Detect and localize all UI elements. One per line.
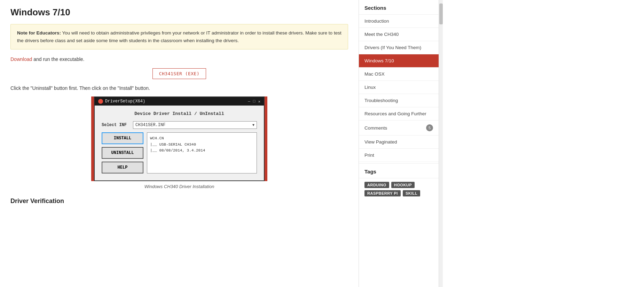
driver-window: DriverSetup(X64) — □ ✕ Device Driver Ins… [94,96,265,181]
download-btn-container: CH341SER (EXE) [10,68,348,79]
install-instruction: Click the "Uninstall" button first. Then… [10,85,348,91]
driver-verification-heading: Driver Verification [10,197,348,205]
sidebar-item-mac[interactable]: Mac OSX [359,68,439,81]
driver-select-row: Select INF CH341SER.INF ▼ [102,121,257,129]
sidebar-item-resources[interactable]: Resources and Going Further [359,107,439,121]
download-link[interactable]: Download [10,56,32,62]
sidebar-item-label: Print [364,153,374,158]
scrollbar-thumb[interactable] [439,3,443,24]
sidebar-item-label: Mac OSX [364,71,385,77]
download-exe-button[interactable]: CH341SER (EXE) [152,68,206,79]
driver-window-title: DriverSetup(X64) [105,99,145,104]
output-line-2: |__ USB-SERIAL CH340 [150,142,254,148]
sidebar-item-troubleshooting[interactable]: Troubleshooting [359,94,439,107]
install-button[interactable]: INSTALL [102,132,143,144]
main-content: Windows 7/10 Note for Educators: You wil… [0,0,359,287]
sidebar-item-label: Resources and Going Further [364,111,426,116]
driver-heading: Device Driver Install / UnInstall [102,111,257,116]
download-line: Download and run the executable. [10,56,348,62]
sidebar-item-label: Linux [364,85,376,90]
sections-header: Sections [359,0,439,15]
sidebar-item-label: Drivers (If You Need Them) [364,45,421,50]
tags-container: ARDUINO HOOKUP RASPBERRY PI SKILL [359,178,439,200]
sidebar: Sections Introduction Meet the CH340 Dri… [359,0,439,287]
uninstall-button[interactable]: UNINSTALL [102,147,143,159]
driver-titlebar-left: DriverSetup(X64) [98,99,145,104]
help-button[interactable]: HELP [102,162,143,173]
driver-body: Device Driver Install / UnInstall Select… [95,106,264,180]
sidebar-item-label: View Paginated [364,139,397,145]
tag-raspberry-pi[interactable]: RASPBERRY PI [364,190,401,196]
tag-arduino[interactable]: ARDUINO [364,182,389,188]
sidebar-item-introduction[interactable]: Introduction [359,15,439,28]
driver-select[interactable]: CH341SER.INF ▼ [133,121,257,129]
sidebar-item-drivers[interactable]: Drivers (If You Need Them) [359,41,439,54]
driver-select-value: CH341SER.INF [135,123,165,127]
tags-header: Tags [359,163,439,178]
driver-btn-area: INSTALL UNINSTALL HELP WCH.CN |__ USB-SE… [102,132,257,173]
page-title: Windows 7/10 [10,7,348,18]
chevron-down-icon: ▼ [252,123,254,127]
sidebar-item-view-paginated[interactable]: View Paginated [359,135,439,149]
sidebar-item-meet-ch340[interactable]: Meet the CH340 [359,28,439,41]
output-line-3: |__ 08/08/2014, 3.4.2014 [150,148,254,154]
scrollbar-track[interactable] [439,0,443,287]
sidebar-item-comments[interactable]: Comments 5 [359,121,439,135]
sidebar-item-windows[interactable]: Windows 7/10 [359,54,439,68]
sidebar-item-print[interactable]: Print [359,149,439,162]
driver-output: WCH.CN |__ USB-SERIAL CH340 |__ 08/08/20… [147,132,257,173]
sidebar-item-linux[interactable]: Linux [359,81,439,94]
titlebar-icon [98,99,103,104]
note-box: Note for Educators: You will need to obt… [10,24,348,49]
download-rest-text: and run the executable. [33,56,84,62]
driver-buttons-col: INSTALL UNINSTALL HELP [102,132,143,173]
tag-skill[interactable]: SKILL [403,190,420,196]
driver-window-wrapper: DriverSetup(X64) — □ ✕ Device Driver Ins… [94,96,265,181]
screenshot-container: DriverSetup(X64) — □ ✕ Device Driver Ins… [10,96,348,189]
red-strip-left [91,96,94,181]
sidebar-item-label: Windows 7/10 [364,58,394,63]
maximize-control[interactable]: □ [253,99,256,104]
sidebar-item-label: Comments [364,125,387,131]
comments-badge: 5 [426,124,433,131]
driver-titlebar-controls: — □ ✕ [248,99,260,104]
tag-hookup[interactable]: HOOKUP [391,182,415,188]
sidebar-item-label: Meet the CH340 [364,32,399,37]
output-line-1: WCH.CN [150,135,254,142]
sidebar-item-label: Introduction [364,18,389,24]
minimize-control[interactable]: — [248,99,250,104]
note-bold-prefix: Note for Educators: [17,30,61,36]
driver-select-label: Select INF [102,123,129,127]
close-control[interactable]: ✕ [258,99,260,104]
red-strip-right [265,96,267,181]
driver-titlebar: DriverSetup(X64) — □ ✕ [95,97,264,106]
screenshot-caption: Windows CH340 Driver Installation [144,184,214,189]
sidebar-item-label: Troubleshooting [364,98,398,103]
note-text: You will need to obtain administrative p… [17,30,341,43]
